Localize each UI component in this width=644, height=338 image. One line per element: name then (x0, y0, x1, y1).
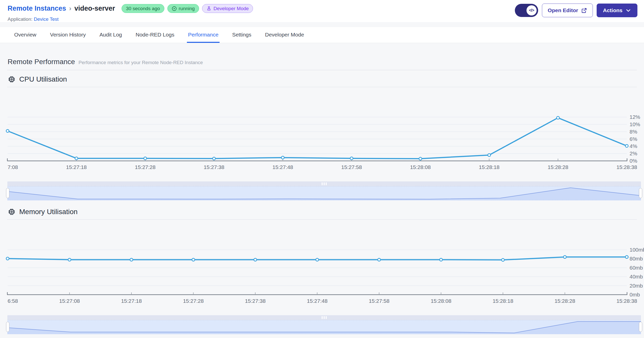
running-status-label: running (179, 6, 195, 11)
svg-text:0%: 0% (630, 158, 637, 164)
open-editor-button[interactable]: Open Editor (542, 4, 593, 17)
svg-text:15:27:58: 15:27:58 (369, 298, 389, 304)
memory-chip-icon (8, 208, 16, 216)
svg-text:10%: 10% (630, 121, 640, 127)
tab-overview[interactable]: Overview (13, 27, 37, 43)
tab-developer-mode[interactable]: Developer Mode (264, 27, 305, 43)
application-link[interactable]: Device Test (34, 16, 59, 22)
play-circle-icon (172, 6, 177, 11)
svg-text:4%: 4% (630, 143, 637, 149)
svg-text:15:27:18: 15:27:18 (121, 298, 142, 304)
svg-text:15:28:28: 15:28:28 (548, 164, 568, 170)
svg-text:15:28:28: 15:28:28 (555, 298, 575, 304)
memory-chart-navigator (7, 315, 641, 334)
svg-text:8%: 8% (630, 129, 637, 135)
status-badges: 30 seconds ago running Developer Mode (122, 4, 253, 13)
drag-grip-icon (322, 316, 327, 319)
developer-mode-label: Developer Mode (213, 6, 249, 11)
cpu-chip-icon (8, 75, 16, 83)
application-label: Application: (8, 16, 32, 22)
cpu-section-header: CPU Utilisation (7, 70, 637, 87)
tab-node-red-logs[interactable]: Node-RED Logs (135, 27, 175, 43)
memory-section-title: Memory Utilisation (19, 208, 77, 216)
tab-performance[interactable]: Performance (187, 27, 219, 43)
cpu-utilisation-chart: 0%2%4%6%8%10%12%7:0815:27:1815:27:2815:2… (0, 92, 644, 173)
cpu-navigator-drag-strip[interactable] (7, 181, 641, 186)
instance-name: video-server (74, 5, 115, 12)
actions-button[interactable]: Actions (597, 4, 637, 17)
svg-text:7:08: 7:08 (8, 164, 18, 170)
tab-audit-log[interactable]: Audit Log (99, 27, 123, 43)
svg-text:15:27:58: 15:27:58 (341, 164, 362, 170)
memory-utilisation-chart: 0mb20mb40mb60mb80mb100mb6:5815:27:0815:2… (0, 226, 644, 307)
application-row: Application: Device Test (8, 16, 636, 22)
svg-text:2%: 2% (630, 151, 637, 156)
memory-navigator-lane[interactable] (7, 320, 641, 334)
svg-text:60mb: 60mb (630, 265, 643, 271)
svg-text:15:27:48: 15:27:48 (272, 164, 293, 170)
breadcrumb-remote-instances-link[interactable]: Remote Instances (8, 5, 66, 12)
memory-navigator-handle-right[interactable] (639, 322, 642, 332)
open-editor-label: Open Editor (548, 7, 578, 13)
memory-navigator-drag-strip[interactable] (7, 315, 641, 320)
instance-tabs: Overview Version History Audit Log Node-… (0, 27, 644, 43)
svg-text:15:28:18: 15:28:18 (493, 298, 513, 304)
drag-grip-icon (322, 182, 327, 185)
cpu-chart-navigator (7, 181, 641, 200)
svg-text:15:28:38: 15:28:38 (616, 164, 637, 170)
tab-version-history[interactable]: Version History (49, 27, 87, 43)
external-link-icon (581, 8, 587, 13)
svg-text:15:27:38: 15:27:38 (204, 164, 224, 170)
editor-code-toggle[interactable]: </> (515, 4, 538, 17)
svg-text:40mb: 40mb (630, 274, 643, 279)
cpu-section-title: CPU Utilisation (19, 75, 67, 83)
actions-label: Actions (603, 7, 622, 13)
svg-text:15:28:08: 15:28:08 (431, 298, 452, 304)
svg-text:80mb: 80mb (630, 256, 643, 261)
svg-text:15:28:38: 15:28:38 (616, 298, 637, 304)
page-title: Remote Performance (8, 58, 75, 66)
svg-text:0mb: 0mb (630, 292, 640, 297)
breadcrumb-separator-icon: › (69, 5, 71, 12)
cpu-navigator-handle-right[interactable] (639, 188, 642, 198)
tab-settings[interactable]: Settings (231, 27, 252, 43)
svg-text:15:27:48: 15:27:48 (307, 298, 328, 304)
svg-text:6:58: 6:58 (8, 298, 18, 304)
svg-text:12%: 12% (630, 114, 640, 120)
chevron-down-icon (626, 8, 631, 13)
svg-text:15:27:18: 15:27:18 (66, 164, 87, 170)
page-subtitle: Performance metrics for your Remote Node… (79, 60, 203, 65)
cpu-navigator-lane[interactable] (7, 186, 641, 200)
svg-text:100mb: 100mb (630, 247, 644, 253)
instance-performance-page: Remote Instances › video-server 30 secon… (0, 0, 644, 338)
memory-section-header: Memory Utilisation (7, 203, 637, 220)
svg-text:20mb: 20mb (630, 283, 643, 289)
svg-text:6%: 6% (630, 136, 637, 142)
svg-text:15:28:18: 15:28:18 (479, 164, 500, 170)
header-controls: </> Open Editor Actions (515, 4, 637, 17)
running-status-badge: running (167, 4, 199, 13)
svg-text:15:27:08: 15:27:08 (59, 298, 80, 304)
svg-text:15:27:38: 15:27:38 (245, 298, 266, 304)
svg-text:15:27:28: 15:27:28 (183, 298, 204, 304)
svg-text:15:27:28: 15:27:28 (135, 164, 155, 170)
developer-mode-badge[interactable]: Developer Mode (202, 4, 253, 13)
remote-performance-header: Remote Performance Performance metrics f… (7, 43, 637, 70)
code-icon: </> (526, 5, 537, 15)
svg-text:15:28:08: 15:28:08 (410, 164, 431, 170)
beaker-icon (206, 6, 211, 11)
cpu-navigator-handle-left[interactable] (6, 188, 9, 198)
last-seen-badge: 30 seconds ago (122, 4, 164, 13)
memory-navigator-handle-left[interactable] (6, 322, 9, 332)
last-seen-label: 30 seconds ago (126, 6, 160, 11)
